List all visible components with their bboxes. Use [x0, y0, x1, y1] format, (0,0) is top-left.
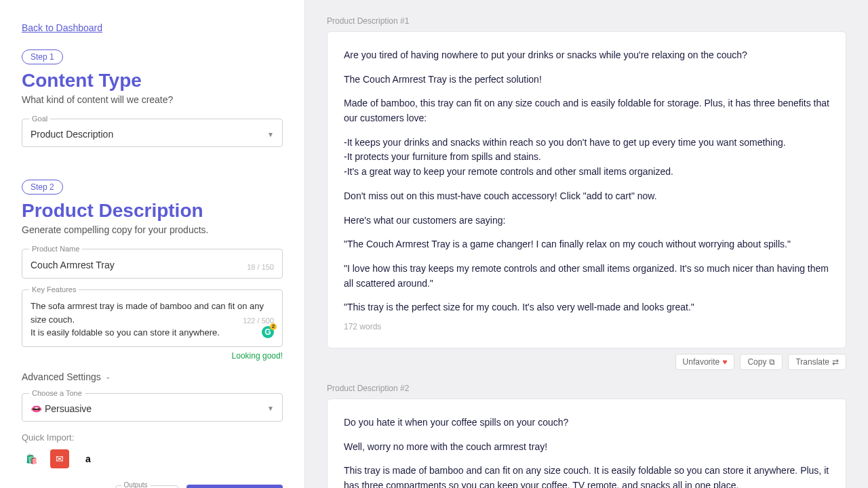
translate-button[interactable]: Translate ⇄: [788, 354, 846, 370]
key-features-input[interactable]: The sofa armrest tray is made of bamboo …: [31, 300, 274, 340]
right-panel: Product Description #1Are you tired of h…: [305, 0, 868, 488]
quick-import-icons: 🛍️ ✉ a: [22, 449, 283, 468]
result-paragraph: This tray is made of bamboo and can fit …: [344, 464, 829, 488]
step1-subtitle: What kind of content will we create?: [22, 94, 283, 105]
tone-value: 👄 Persuasive: [31, 403, 92, 414]
step2-subtitle: Generate compelling copy for your produc…: [22, 224, 283, 235]
outputs-select[interactable]: Outputs 3 outputs ▼: [115, 485, 178, 489]
chevron-down-icon: ▼: [267, 405, 274, 412]
copy-button[interactable]: Copy ⧉: [740, 354, 783, 370]
copy-icon: ⧉: [769, 357, 775, 367]
result-paragraph: Here's what our customers are saying:: [344, 214, 829, 228]
outputs-label: Outputs: [121, 481, 151, 489]
key-features-count: 122 / 500: [243, 317, 274, 325]
key-features-label: Key Features: [29, 285, 79, 293]
word-count: 172 words: [344, 322, 829, 331]
shopify-icon[interactable]: 🛍️: [22, 449, 41, 468]
key-features-field[interactable]: Key Features The sofa armrest tray is ma…: [22, 289, 283, 347]
result-card: Are you tired of having nowhere to put y…: [327, 31, 846, 348]
chevron-down-icon: ⌄: [105, 373, 111, 380]
heart-icon: ♥: [722, 357, 727, 367]
quick-import-label: Quick Import:: [22, 432, 283, 443]
step1-title: Content Type: [22, 70, 283, 92]
step2-badge: Step 2: [22, 180, 63, 195]
tone-select[interactable]: Choose a Tone 👄 Persuasive ▼: [22, 393, 283, 422]
product-name-field[interactable]: Product Name 18 / 150: [22, 249, 283, 279]
tone-label: Choose a Tone: [29, 389, 85, 397]
result-paragraph: -It keeps your drinks and snacks within …: [344, 136, 829, 180]
advanced-settings-toggle[interactable]: Advanced Settings ⌄: [22, 371, 283, 382]
goal-value: Product Description: [31, 129, 113, 140]
chevron-down-icon: ▼: [267, 131, 274, 138]
translate-icon: ⇄: [832, 357, 839, 367]
email-icon[interactable]: ✉: [50, 449, 69, 468]
result-paragraph: Don't miss out on this must-have couch a…: [344, 189, 829, 204]
grammarly-icon[interactable]: G: [262, 326, 274, 338]
left-panel: Back to Dashboard Step 1 Content Type Wh…: [0, 0, 305, 488]
result-card: Do you hate it when your coffee spills o…: [327, 399, 846, 488]
step2-section: Step 2 Product Description Generate comp…: [22, 180, 283, 488]
back-to-dashboard-link[interactable]: Back to Dashboard: [22, 22, 102, 33]
write-for-me-button[interactable]: WRITE FOR ME: [186, 485, 283, 489]
product-name-count: 18 / 150: [247, 263, 274, 271]
step2-title: Product Description: [22, 200, 283, 222]
amazon-icon[interactable]: a: [79, 449, 98, 468]
action-row: Outputs 3 outputs ▼ WRITE FOR ME: [22, 485, 283, 489]
result-paragraph: "This tray is the perfect size for my co…: [344, 300, 829, 315]
step1-section: Step 1 Content Type What kind of content…: [22, 49, 283, 147]
unfavorite-button[interactable]: Unfavorite ♥: [675, 354, 735, 370]
result-paragraph: Do you hate it when your coffee spills o…: [344, 415, 829, 430]
result-label: Product Description #1: [327, 16, 846, 26]
goal-label: Goal: [29, 115, 50, 123]
result-label: Product Description #2: [327, 384, 846, 393]
result-paragraph: Well, worry no more with the couch armre…: [344, 440, 829, 455]
result-paragraph: "The Couch Armrest Tray is a game change…: [344, 237, 829, 252]
result-paragraph: Made of bamboo, this tray can fit on any…: [344, 96, 829, 125]
product-name-input[interactable]: [31, 260, 274, 270]
result-paragraph: The Couch Armrest Tray is the perfect so…: [344, 73, 829, 87]
goal-select[interactable]: Goal Product Description ▼: [22, 119, 283, 147]
result-paragraph: "I love how this tray keeps my remote co…: [344, 262, 829, 291]
result-paragraph: Are you tired of having nowhere to put y…: [344, 48, 829, 63]
looking-good-text: Looking good!: [22, 351, 283, 361]
product-name-label: Product Name: [29, 245, 82, 253]
result-actions: Unfavorite ♥Copy ⧉Translate ⇄: [327, 354, 846, 370]
step1-badge: Step 1: [22, 49, 63, 64]
